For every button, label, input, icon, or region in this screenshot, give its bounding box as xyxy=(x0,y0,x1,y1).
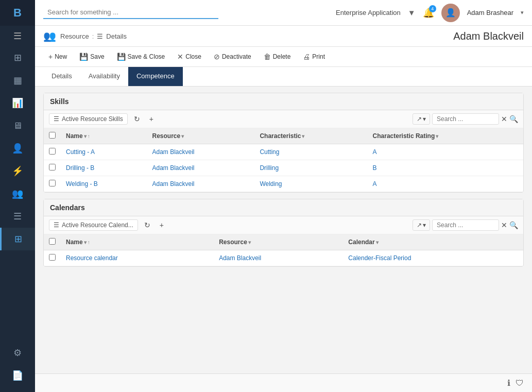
row3-rating-cell: A xyxy=(368,176,523,192)
skills-resource-sort[interactable]: Resource ▾ xyxy=(152,132,184,140)
cal-resource-filter-icon: ▾ xyxy=(248,240,251,245)
skills-rating-sort[interactable]: Characteristic Rating ▾ xyxy=(373,132,439,140)
row1-name-link[interactable]: Cutting - A xyxy=(66,148,95,156)
notification-button[interactable]: 🔔 4 xyxy=(423,7,434,19)
calendars-refresh-button[interactable]: ↻ xyxy=(141,219,153,231)
row2-resource-cell: Adam Blackveil xyxy=(147,160,255,176)
cal-row1-checkbox[interactable] xyxy=(49,254,56,261)
tab-competence[interactable]: Competence xyxy=(128,67,183,86)
info-icon[interactable]: ℹ xyxy=(507,378,510,388)
menu-toggle[interactable]: ☰ xyxy=(0,26,35,46)
skills-search-submit[interactable]: 🔍 xyxy=(509,115,518,123)
calendars-search-submit[interactable]: 🔍 xyxy=(509,221,518,229)
sidebar-item-dashboard[interactable]: ⊞ xyxy=(0,46,35,69)
row3-checkbox[interactable] xyxy=(49,180,56,186)
cal-table-list-icon: ☰ xyxy=(54,221,59,229)
row3-characteristic-cell: Welding xyxy=(254,176,367,192)
row1-checkbox[interactable] xyxy=(49,148,56,155)
calendars-view-selector[interactable]: ☰ Active Resource Calend... xyxy=(49,219,138,231)
search-input[interactable] xyxy=(43,6,218,19)
sidebar-item-chart[interactable]: 📊 xyxy=(0,92,35,114)
row3-name-link[interactable]: Welding - B xyxy=(66,180,98,188)
skills-add-button[interactable]: + xyxy=(146,113,157,125)
calendars-section: Calendars ☰ Active Resource Calend... ↻ … xyxy=(43,199,524,267)
topbar: Enterprise Application ▼ 🔔 4 👤 Adam Bras… xyxy=(35,0,532,26)
calendars-add-button[interactable]: + xyxy=(157,219,167,231)
calendars-search-clear[interactable]: ✕ xyxy=(501,221,507,229)
row2-checkbox[interactable] xyxy=(49,164,56,171)
sidebar-item-calendar[interactable]: ▦ xyxy=(0,69,35,92)
row3-resource-link[interactable]: Adam Blackveil xyxy=(152,180,195,188)
sidebar-item-user[interactable]: 👤 xyxy=(0,137,35,160)
topbar-right: Enterprise Application ▼ 🔔 4 👤 Adam Bras… xyxy=(336,4,524,22)
skills-search-input[interactable] xyxy=(432,113,499,125)
user-caret-icon[interactable]: ▾ xyxy=(521,9,524,16)
skills-refresh-button[interactable]: ↻ xyxy=(131,113,143,125)
monitor-icon: 🖥 xyxy=(13,121,22,131)
cal-export-caret: ▾ xyxy=(423,221,426,229)
calendars-export-button[interactable]: ↗ ▾ xyxy=(413,219,430,231)
cal-calendar-sort[interactable]: Calendar ▾ xyxy=(348,238,378,246)
row2-checkbox-cell xyxy=(44,160,61,176)
app-logo[interactable]: B xyxy=(0,0,35,26)
row2-rating-cell: B xyxy=(368,160,523,176)
shield-icon[interactable]: 🛡 xyxy=(516,379,524,388)
sidebar-item-settings[interactable]: ⚙ xyxy=(0,342,35,364)
save-icon: 💾 xyxy=(79,53,88,61)
table-row: Resource calendar Adam Blackveil Calende… xyxy=(44,250,523,266)
user-name-label[interactable]: Adam Brashear xyxy=(467,9,513,16)
row3-characteristic-link[interactable]: Welding xyxy=(260,180,282,188)
calendars-table-toolbar: ☰ Active Resource Calend... ↻ + ↗ ▾ ✕ 🔍 xyxy=(44,216,523,234)
skills-view-selector[interactable]: ☰ Active Resource Skills xyxy=(49,113,128,125)
resource-filter-icon: ▾ xyxy=(181,133,184,139)
sidebar-item-docs[interactable]: 📄 xyxy=(0,364,35,387)
skills-rating-col-header: Characteristic Rating ▾ xyxy=(368,128,523,144)
row1-resource-link[interactable]: Adam Blackveil xyxy=(152,148,195,156)
save-close-button[interactable]: 💾 Save & Close xyxy=(112,50,170,63)
cal-name-sort[interactable]: Name ▾ ↑ xyxy=(66,238,90,246)
calendars-search-input[interactable] xyxy=(432,219,499,231)
skills-select-all-col xyxy=(44,128,61,144)
breadcrumb-details-label[interactable]: Details xyxy=(106,32,127,40)
tab-details[interactable]: Details xyxy=(43,67,80,86)
chart-icon: 📊 xyxy=(12,97,23,109)
cal-row1-name-link[interactable]: Resource calendar xyxy=(66,254,118,262)
row1-characteristic-cell: Cutting xyxy=(254,144,367,160)
cal-select-all-checkbox[interactable] xyxy=(49,238,56,245)
deactivate-button[interactable]: ⊘ Deactivate xyxy=(209,50,256,63)
skills-export-button[interactable]: ↗ ▾ xyxy=(413,113,430,125)
tab-availability[interactable]: Availability xyxy=(80,67,128,86)
cal-row1-resource-link[interactable]: Adam Blackveil xyxy=(219,254,261,262)
row2-rating-link[interactable]: B xyxy=(373,164,377,172)
skills-resource-col-header: Resource ▾ xyxy=(147,128,255,144)
save-button[interactable]: 💾 Save xyxy=(74,50,109,63)
close-button[interactable]: ✕ Close xyxy=(172,50,207,63)
row2-name-cell: Drilling - B xyxy=(61,160,147,176)
row3-rating-link[interactable]: A xyxy=(373,180,377,188)
skills-select-all-checkbox[interactable] xyxy=(49,132,56,139)
row1-rating-cell: A xyxy=(368,144,523,160)
sidebar-item-monitor[interactable]: 🖥 xyxy=(0,114,35,137)
sidebar-item-group[interactable]: 👥 xyxy=(0,182,35,205)
row1-characteristic-link[interactable]: Cutting xyxy=(260,148,279,156)
filter-icon[interactable]: ▼ xyxy=(408,8,416,17)
cal-row1-resource-cell: Adam Blackveil xyxy=(214,250,343,266)
sidebar-item-flow[interactable]: ⚡ xyxy=(0,160,35,182)
main-content: Enterprise Application ▼ 🔔 4 👤 Adam Bras… xyxy=(35,0,532,392)
new-button[interactable]: + New xyxy=(43,50,72,63)
skills-search-clear[interactable]: ✕ xyxy=(501,115,507,123)
row2-name-link[interactable]: Drilling - B xyxy=(66,164,94,172)
sidebar-item-list[interactable]: ☰ xyxy=(0,205,35,228)
row1-rating-link[interactable]: A xyxy=(373,148,377,156)
print-button[interactable]: 🖨 Print xyxy=(298,50,330,63)
cal-resource-sort[interactable]: Resource ▾ xyxy=(219,238,251,246)
sidebar-item-grid[interactable]: ⊞ xyxy=(0,228,35,250)
avatar: 👤 xyxy=(441,4,460,22)
cal-row1-calendar-link[interactable]: Calender-Fiscal Period xyxy=(348,254,411,262)
row2-characteristic-link[interactable]: Drilling xyxy=(260,164,279,172)
skills-name-sort[interactable]: Name ▾ ↑ xyxy=(66,132,90,140)
skills-characteristic-sort[interactable]: Characteristic ▾ xyxy=(260,132,304,140)
row2-resource-link[interactable]: Adam Blackveil xyxy=(152,164,195,172)
skills-rating-col-label: Characteristic Rating xyxy=(373,132,435,140)
delete-button[interactable]: 🗑 Delete xyxy=(259,50,296,63)
